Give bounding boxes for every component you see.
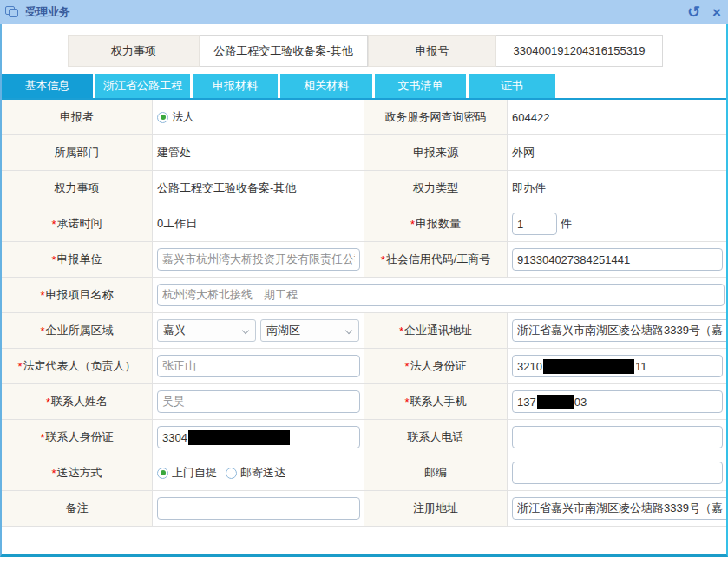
contact-id-input[interactable]: 3304 <box>157 426 360 448</box>
reg-address-label: 注册地址 <box>364 491 508 527</box>
form-window-icon <box>5 6 19 18</box>
legal-id-cell: 3210 11 <box>508 349 728 384</box>
region-district-select[interactable]: 南湖区 <box>260 319 359 342</box>
tab-certificate[interactable]: 证书 <box>469 74 555 98</box>
delivery-radio-pickup[interactable]: 上门自提 <box>157 465 217 481</box>
contact-name-input[interactable] <box>157 390 360 413</box>
region-cell: 嘉兴 南湖区 <box>153 313 364 349</box>
query-password-label: 政务服务网查询密码 <box>364 100 508 135</box>
declare-unit-cell <box>153 242 364 278</box>
company-address-label: 企业通讯地址 <box>364 313 508 349</box>
reg-address-input[interactable] <box>512 497 728 520</box>
radio-unselected-icon[interactable] <box>226 468 237 479</box>
contact-mobile-label: 联系人手机 <box>364 384 508 420</box>
power-item-header-label: 权力事项 <box>68 35 200 67</box>
legal-rep-label: 法定代表人（负责人） <box>2 349 153 384</box>
company-address-cell <box>508 313 728 349</box>
basic-info-form: 申报者 法人 政务服务网查询密码 604422 所属部门 建管处 申报来源 外网… <box>2 98 726 527</box>
declare-number-value: 330400191204316155319 <box>496 35 663 67</box>
applicant-radio-cell: 法人 <box>153 100 364 135</box>
legal-id-label: 法人身份证 <box>364 349 508 384</box>
redaction-block <box>188 430 290 445</box>
declare-qty-input[interactable] <box>512 213 557 235</box>
delivery-cell: 上门自提 邮寄送达 <box>153 455 364 491</box>
tab-document-list[interactable]: 文书清单 <box>375 74 466 98</box>
radio-selected-icon[interactable] <box>157 112 168 123</box>
postcode-cell <box>508 455 728 491</box>
applicant-radio-legal-person[interactable]: 法人 <box>157 109 194 125</box>
department-label: 所属部门 <box>2 135 153 171</box>
legal-rep-input[interactable] <box>157 355 360 377</box>
remark-label: 备注 <box>2 491 153 527</box>
redaction-block <box>537 395 574 409</box>
contact-phone-label: 联系人电话 <box>364 420 508 455</box>
reg-address-cell <box>508 491 728 527</box>
project-name-input[interactable] <box>157 284 725 306</box>
applicant-label: 申报者 <box>2 100 153 135</box>
delivery-label: 送达方式 <box>2 455 153 491</box>
postcode-label: 邮编 <box>364 455 508 491</box>
legal-id-input[interactable]: 3210 11 <box>512 355 723 377</box>
postcode-input[interactable] <box>512 462 723 484</box>
region-city-select[interactable]: 嘉兴 <box>157 319 256 342</box>
chevron-down-icon <box>345 327 352 334</box>
promise-time-label: 承诺时间 <box>2 206 153 242</box>
contact-mobile-input[interactable]: 137 03 <box>512 390 723 413</box>
declare-source-label: 申报来源 <box>364 135 508 171</box>
power-item-label: 权力事项 <box>2 171 153 206</box>
power-item-value: 公路工程交工验收备案-其他 <box>153 171 364 206</box>
declare-number-label: 申报号 <box>368 35 496 67</box>
tab-zhejiang-highway[interactable]: 浙江省公路工程 <box>95 74 190 98</box>
declare-unit-input[interactable] <box>157 248 360 271</box>
promise-time-value: 0工作日 <box>153 206 364 242</box>
content-panel: 权力事项 公路工程交工验收备案-其他 申报号 33040019120431615… <box>0 24 728 557</box>
tab-declare-materials[interactable]: 申报材料 <box>193 74 278 98</box>
declare-qty-unit: 件 <box>561 216 572 232</box>
contact-mobile-cell: 137 03 <box>508 384 728 420</box>
department-value: 建管处 <box>153 135 364 171</box>
delivery-radio-mail[interactable]: 邮寄送达 <box>226 465 285 481</box>
company-address-input[interactable] <box>512 319 728 342</box>
power-item-header-value: 公路工程交工验收备案-其他 <box>200 35 368 67</box>
title-bar: 受理业务 ↺ × <box>0 0 728 24</box>
contact-name-label: 联系人姓名 <box>2 384 153 420</box>
region-label: 企业所属区域 <box>2 313 153 349</box>
credit-code-input[interactable] <box>512 248 723 271</box>
power-type-label: 权力类型 <box>364 171 508 206</box>
tab-basic-info[interactable]: 基本信息 <box>2 74 93 98</box>
window-title: 受理业务 <box>25 4 70 20</box>
radio-selected-icon[interactable] <box>157 468 168 479</box>
declare-qty-cell: 件 <box>508 206 728 242</box>
refresh-icon[interactable]: ↺ <box>687 4 700 20</box>
tab-bar: 基本信息 浙江省公路工程 申报材料 相关材料 文书清单 证书 <box>2 74 726 98</box>
project-name-cell <box>153 278 728 313</box>
credit-code-cell <box>508 242 728 278</box>
remark-cell <box>153 491 364 527</box>
chevron-down-icon <box>242 327 249 334</box>
query-password-value: 604422 <box>508 100 728 135</box>
declare-qty-label: 申报数量 <box>364 206 508 242</box>
contact-phone-input[interactable] <box>512 426 723 448</box>
contact-id-cell: 3304 <box>153 420 364 455</box>
accept-business-window: 受理业务 ↺ × 权力事项 公路工程交工验收备案-其他 申报号 33040019… <box>0 0 728 563</box>
contact-name-cell <box>153 384 364 420</box>
credit-code-label: 社会信用代码/工商号 <box>364 242 508 278</box>
declare-unit-label: 申报单位 <box>2 242 153 278</box>
close-icon[interactable]: × <box>712 5 721 20</box>
project-name-label: 申报项目名称 <box>2 278 153 313</box>
declare-source-value: 外网 <box>508 135 728 171</box>
contact-phone-cell <box>508 420 728 455</box>
legal-rep-cell <box>153 349 364 384</box>
contact-id-label: 联系人身份证 <box>2 420 153 455</box>
power-type-value: 即办件 <box>508 171 728 206</box>
header-strip: 权力事项 公路工程交工验收备案-其他 申报号 33040019120431615… <box>68 35 726 67</box>
redaction-block <box>543 359 634 374</box>
remark-input[interactable] <box>157 497 360 520</box>
tab-related-materials[interactable]: 相关材料 <box>280 74 372 98</box>
